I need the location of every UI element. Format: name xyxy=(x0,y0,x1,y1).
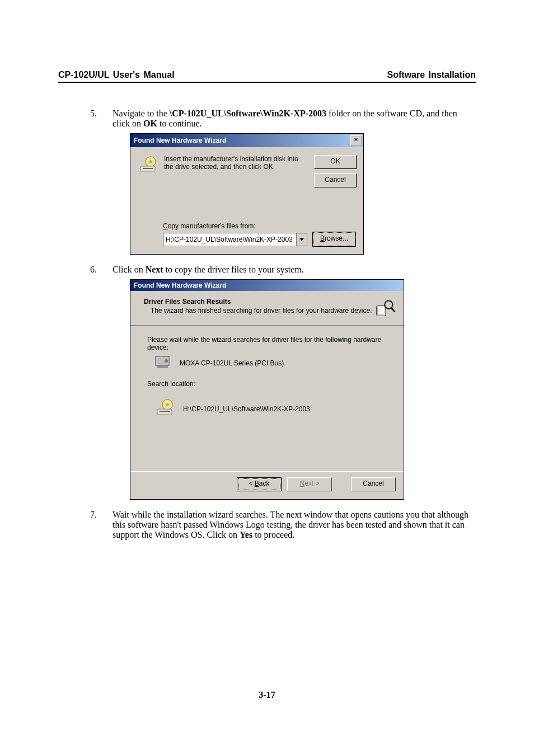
header-right: Software Installation xyxy=(387,70,476,80)
text: to continue. xyxy=(157,119,202,128)
found-hardware-dialog-large: Found New Hardware Wizard Driver Files S… xyxy=(130,279,404,500)
svg-marker-4 xyxy=(299,238,304,241)
step-5: 5. Navigate to the \CP-102U_UL\Software\… xyxy=(58,109,476,129)
text: to copy the driver files to your system. xyxy=(163,265,304,274)
step-6: 6. Click on Next to copy the driver file… xyxy=(58,265,476,275)
copy-files-label: CCopy manufacturer's files from:opy manu… xyxy=(163,222,355,230)
browse-button[interactable]: Browse...Browse... xyxy=(313,232,355,246)
svg-rect-6 xyxy=(378,307,385,314)
next-button[interactable]: Next >Next > xyxy=(287,477,332,491)
search-path: H:\CP-102U_UL\Software\Win2K-XP-2003 xyxy=(183,405,310,413)
wait-text: Please wait while the wizard searches fo… xyxy=(147,336,387,351)
close-icon[interactable]: × xyxy=(350,135,362,145)
dropdown-arrow-icon[interactable] xyxy=(296,233,307,246)
step-number: 6. xyxy=(58,265,113,275)
text: Yes xyxy=(240,530,252,539)
path-value: H:\CP-102U_UL\Software\Win2K-XP-2003 xyxy=(163,236,296,243)
search-location-label: Search location: xyxy=(147,380,387,388)
found-hardware-dialog-small: Found New Hardware Wizard × Insert the m… xyxy=(130,133,364,255)
device-name: MOXA CP-102UL Series (PCI Bus) xyxy=(180,359,284,367)
dialog-header-area: Driver Files Search Results The wizard h… xyxy=(130,291,404,326)
svg-point-11 xyxy=(165,359,168,363)
path-combobox[interactable]: H:\CP-102U_UL\Software\Win2K-XP-2003 xyxy=(163,233,307,246)
page-number: 3-17 xyxy=(0,690,534,700)
dialog-message: Insert the manufacturer's installation d… xyxy=(164,155,308,187)
cancel-button[interactable]: Cancel xyxy=(351,477,396,491)
dialog-subline: The wizard has finished searching for dr… xyxy=(151,307,372,314)
svg-rect-3 xyxy=(143,168,153,169)
svg-point-13 xyxy=(166,403,168,406)
text: Navigate to the xyxy=(113,109,170,118)
back-button[interactable]: < Back< Back xyxy=(237,477,282,491)
step-text: Wait while the installation wizard searc… xyxy=(113,510,476,540)
path-text: \CP-102U_UL\Software\Win2K-XP-2003 xyxy=(170,109,326,118)
text: Click on xyxy=(113,265,146,274)
svg-rect-10 xyxy=(157,365,168,368)
text: Next xyxy=(146,265,163,274)
step-text: Navigate to the \CP-102U_UL\Software\Win… xyxy=(113,109,476,129)
svg-line-8 xyxy=(391,308,395,312)
page-header: CP-102U/UL User's Manual Software Instal… xyxy=(58,70,476,83)
cd-disk-icon xyxy=(155,398,175,420)
cancel-button[interactable]: Cancel xyxy=(314,173,357,187)
dialog-title: Found New Hardware Wizard xyxy=(134,281,226,289)
step-number: 7. xyxy=(58,510,113,540)
step-7: 7. Wait while the installation wizard se… xyxy=(58,510,476,540)
text: OK xyxy=(143,119,157,128)
dialog-titlebar[interactable]: Found New Hardware Wizard xyxy=(130,280,404,291)
step-text: Click on Next to copy the driver files t… xyxy=(113,265,476,275)
dialog-title: Found New Hardware Wizard xyxy=(134,137,226,144)
svg-point-1 xyxy=(149,161,152,163)
svg-rect-15 xyxy=(160,411,170,412)
hardware-search-icon xyxy=(376,298,396,320)
dialog-titlebar[interactable]: Found New Hardware Wizard × xyxy=(130,134,363,147)
ok-button[interactable]: OK xyxy=(314,155,357,169)
text: to proceed. xyxy=(252,530,294,539)
step-number: 5. xyxy=(58,109,113,129)
dialog-headline: Driver Files Search Results xyxy=(144,298,372,306)
header-left: CP-102U/UL User's Manual xyxy=(58,70,175,80)
pci-card-icon xyxy=(155,356,172,370)
cd-disk-icon xyxy=(138,155,158,187)
